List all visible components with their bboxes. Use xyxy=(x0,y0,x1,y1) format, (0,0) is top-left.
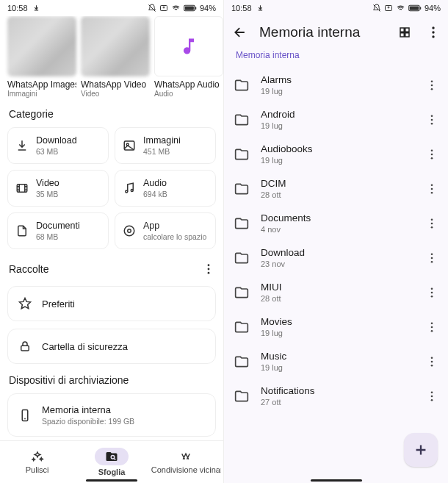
download-icon xyxy=(15,139,29,152)
nav-label: Pulisci xyxy=(26,465,49,474)
svg-point-51 xyxy=(431,322,433,324)
thumbnail-image xyxy=(81,16,150,76)
svg-point-32 xyxy=(431,87,433,90)
more-menu-icon[interactable] xyxy=(427,22,439,43)
folder-icon xyxy=(234,320,249,334)
collection-favorites[interactable]: Preferiti xyxy=(7,286,216,321)
collection-safe-folder[interactable]: Cartella di sicurezza xyxy=(7,329,216,364)
category-sub: 451 MB xyxy=(143,147,181,156)
collection-title: Preferiti xyxy=(42,298,75,310)
folder-date: 19 lug xyxy=(261,87,414,96)
folder-more-icon[interactable] xyxy=(426,318,438,337)
nav-nearby-share[interactable]: Condivisione vicinanze xyxy=(149,441,223,483)
nearby-share-icon xyxy=(179,450,192,463)
folder-date: 23 nov xyxy=(261,260,414,268)
category-sub: 63 MB xyxy=(36,147,77,156)
svg-point-12 xyxy=(208,264,210,266)
folder-more-icon[interactable] xyxy=(426,214,438,233)
svg-point-55 xyxy=(431,360,433,362)
category-title: App xyxy=(143,221,206,231)
svg-point-9 xyxy=(131,190,133,192)
svg-point-56 xyxy=(431,364,433,366)
folder-icon xyxy=(234,182,249,196)
thumbnail-image xyxy=(154,16,223,76)
gesture-bar xyxy=(86,479,137,482)
category-audio[interactable]: Audio694 kB xyxy=(115,170,216,207)
storage-header: Memoria interna xyxy=(224,16,448,50)
plus-icon xyxy=(413,442,429,458)
folder-date: 19 lug xyxy=(261,329,414,337)
folder-more-icon[interactable] xyxy=(426,248,438,268)
recent-whatsapp-video[interactable]: WhatsApp Video Video xyxy=(81,16,150,98)
nav-browse[interactable]: Sfoglia xyxy=(74,441,148,483)
thumbnail-title: WhatsApp Images xyxy=(7,79,76,90)
folder-row[interactable]: Notifications27 ott xyxy=(228,379,444,413)
lock-icon xyxy=(18,340,32,353)
category-download[interactable]: Download63 MB xyxy=(7,127,109,164)
svg-point-37 xyxy=(431,153,433,155)
svg-point-31 xyxy=(431,84,433,86)
recent-whatsapp-audio[interactable]: WhatsApp Audio Audio xyxy=(154,16,223,98)
category-title: Immagini xyxy=(143,135,181,146)
internal-storage-screen: 10:58 94% Memoria interna Memoria intern… xyxy=(224,0,448,483)
dnd-icon xyxy=(148,4,156,12)
folder-more-icon[interactable] xyxy=(426,179,438,198)
category-video[interactable]: Video35 MB xyxy=(7,170,109,207)
folder-row[interactable]: Android19 lug xyxy=(228,102,444,137)
svg-point-29 xyxy=(432,35,434,37)
grid-view-icon[interactable] xyxy=(398,26,411,39)
svg-point-58 xyxy=(431,395,433,397)
status-left: 10:58 xyxy=(231,4,264,12)
folder-icon xyxy=(234,216,249,231)
folder-more-icon[interactable] xyxy=(426,110,438,129)
app-icon xyxy=(123,224,136,237)
svg-point-19 xyxy=(388,7,389,8)
battery-percent: 94% xyxy=(424,4,441,12)
folder-name: DCIM xyxy=(261,178,414,189)
svg-point-47 xyxy=(431,260,433,262)
category-apps[interactable]: Appcalcolare lo spazio xyxy=(115,212,216,249)
status-right: 94% xyxy=(372,4,441,12)
folder-icon xyxy=(234,112,249,127)
category-sub: calcolare lo spazio xyxy=(143,232,206,241)
nav-clean[interactable]: Pulisci xyxy=(0,441,74,483)
folder-row[interactable]: MIUI28 ott xyxy=(228,275,444,310)
folder-row[interactable]: Alarms19 lug xyxy=(228,68,444,102)
video-icon xyxy=(15,182,29,195)
recent-whatsapp-images[interactable]: WhatsApp Images Immagini xyxy=(7,16,76,98)
breadcrumb[interactable]: Memoria interna xyxy=(224,50,448,65)
download-indicator-icon xyxy=(257,4,264,11)
add-fab[interactable] xyxy=(404,433,438,467)
category-documents[interactable]: Documenti68 MB xyxy=(7,212,109,249)
folder-more-icon[interactable] xyxy=(426,145,438,164)
folder-name: Movies xyxy=(261,316,414,327)
folder-more-icon[interactable] xyxy=(426,283,438,302)
folder-row[interactable]: Movies19 lug xyxy=(228,310,444,344)
folder-row[interactable]: Audiobooks19 lug xyxy=(228,137,444,171)
back-icon[interactable] xyxy=(233,25,248,40)
folder-more-icon[interactable] xyxy=(426,76,438,95)
status-time: 10:58 xyxy=(7,4,28,12)
folder-row[interactable]: Download23 nov xyxy=(228,240,444,275)
thumbnail-sub: Video xyxy=(81,90,150,98)
storage-internal[interactable]: Memoria interna Spazio disponibile: 199 … xyxy=(7,393,216,437)
svg-rect-22 xyxy=(420,7,422,10)
collections-more-icon[interactable] xyxy=(203,260,214,279)
folder-row[interactable]: DCIM28 ott xyxy=(228,171,444,206)
svg-rect-25 xyxy=(400,33,404,37)
svg-point-50 xyxy=(431,295,433,297)
svg-point-11 xyxy=(128,229,131,233)
cast-icon xyxy=(159,4,168,12)
category-images[interactable]: Immagini451 MB xyxy=(115,127,216,164)
cast-icon xyxy=(384,4,393,12)
folder-more-icon[interactable] xyxy=(426,352,438,371)
categories-heading: Categorie xyxy=(9,108,214,120)
folder-more-icon[interactable] xyxy=(426,387,438,406)
svg-point-33 xyxy=(431,115,433,117)
svg-point-45 xyxy=(431,253,433,255)
svg-point-48 xyxy=(431,287,433,290)
folder-row[interactable]: Documents4 nov xyxy=(228,206,444,240)
folder-row[interactable]: Music19 lug xyxy=(228,344,444,379)
folder-name: MIUI xyxy=(261,282,414,293)
thumbnail-image xyxy=(7,16,76,76)
